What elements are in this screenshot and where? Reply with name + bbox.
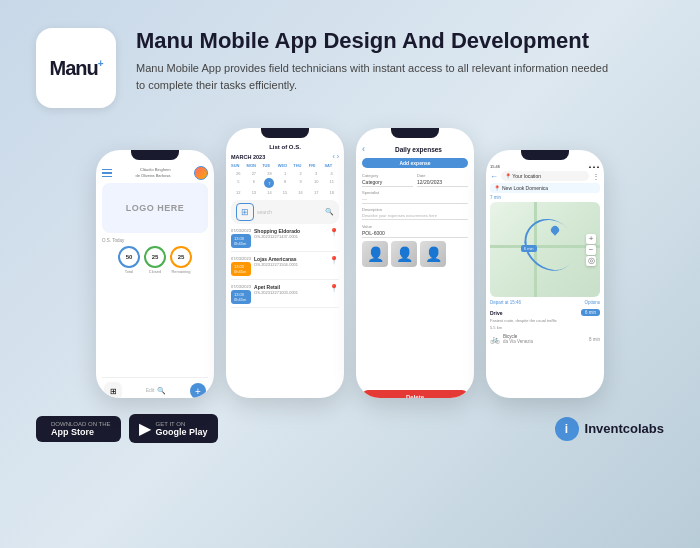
nav-bar: ← 📍 Your location ⋮ [490, 171, 600, 181]
logo-text: Manu+ [49, 57, 102, 80]
brand-icon: i [555, 417, 579, 441]
page-description: Manu Mobile App provides field technicia… [136, 60, 616, 93]
search-input[interactable]: search [257, 209, 322, 215]
item-details: Apet Retail OS-202312271003-0001 [254, 284, 326, 295]
list-title: List of O.S. [231, 144, 339, 150]
page-title: Manu Mobile App Design And Development [136, 28, 616, 54]
photo-2: 👤 [391, 241, 417, 267]
drive-distance: 5.5 km [490, 325, 600, 330]
list-item[interactable]: 07/03/2023 13:000h45m Shopping Eldorado … [231, 228, 339, 252]
back-button[interactable]: ‹ [362, 144, 365, 154]
status-bar: 15:46 ▲▲▲ [490, 164, 600, 169]
map-view[interactable]: 6 min + − ◎ [490, 202, 600, 297]
calendar-grid: SUN MON TUE WED THU FRI SAT 26 27 28 1 2… [231, 162, 339, 196]
photo-3: 👤 [420, 241, 446, 267]
depart-row: Depart at 15:46 Options [490, 300, 600, 307]
status-time: 15:46 [490, 164, 500, 169]
photo-1: 👤 [362, 241, 388, 267]
options-button[interactable]: Options [584, 300, 600, 307]
expenses-title: Daily expenses [369, 146, 468, 153]
photos-row: 👤 👤 👤 [362, 241, 468, 267]
bike-icon: 🚲 [490, 335, 500, 344]
header-content: Manu Mobile App Design And Development M… [136, 28, 616, 93]
closed-ring: 25 [144, 246, 166, 268]
zoom-out-button[interactable]: − [586, 245, 596, 255]
search-bar[interactable]: ⊞ search 🔍 [231, 200, 339, 224]
appstore-badge[interactable]: Download on the App Store [36, 416, 121, 442]
phone2-inner: List of O.S. MARCH 2023 ‹ › SUN MON TUE … [226, 138, 344, 398]
calendar-header: MARCH 2023 ‹ › [231, 153, 339, 160]
appstore-text: Download on the App Store [51, 421, 111, 437]
cal-header-tue: TUE [262, 162, 277, 169]
phones-container: Cláudio Binghem de Oliveira Barbosa LOGO… [0, 128, 700, 398]
form-row-category: Category Category Date 12/20/2023 [362, 173, 468, 187]
add-expense-button[interactable]: Add expense [362, 158, 468, 168]
hamburger-icon[interactable] [102, 169, 112, 178]
destination-bar: 📍 New Look Domenica [490, 183, 600, 193]
form-row-specialist: Specialist — [362, 190, 468, 204]
date-field: Date 12/20/2023 [417, 173, 468, 187]
zoom-in-button[interactable]: + [586, 234, 596, 244]
signal-icons: ▲▲▲ [588, 164, 600, 169]
map-back-button[interactable]: ← [490, 172, 498, 181]
phone4-notch [521, 150, 568, 160]
footer-section: Download on the App Store ▶ GET IT ON Go… [0, 404, 700, 455]
item-badge-orange: 13:000h45m [231, 262, 251, 276]
locate-button[interactable]: ◎ [586, 256, 596, 266]
more-icon[interactable]: ⋮ [592, 172, 600, 181]
search-icon[interactable]: 🔍 [157, 387, 166, 395]
phone1-inner: Cláudio Binghem de Oliveira Barbosa LOGO… [96, 160, 214, 398]
drive-label: Drive [490, 310, 503, 316]
qr-button[interactable]: ⊞ [104, 382, 122, 398]
brand-logo-box: Manu+ [36, 28, 116, 108]
location-bar[interactable]: 📍 Your location [501, 171, 589, 181]
destination-pin-icon: 📍 [494, 185, 500, 191]
calendar-nav[interactable]: ‹ › [332, 153, 339, 160]
phone1-notch [131, 150, 178, 160]
list-item[interactable]: 07/03/2023 13:000h45m Apet Retail OS-202… [231, 284, 339, 308]
googleplay-icon: ▶ [139, 419, 151, 438]
edit-label[interactable]: Edit [146, 387, 155, 395]
phone1-bottom-bar: ⊞ Edit 🔍 + [102, 377, 208, 398]
phone4-inner: 15:46 ▲▲▲ ← 📍 Your location ⋮ 📍 New Look… [486, 160, 604, 398]
location-pin-icon: 📍 [329, 284, 339, 293]
total-stat: 50 Total [118, 246, 140, 274]
store-badges: Download on the App Store ▶ GET IT ON Go… [36, 414, 218, 443]
depart-label: Depart at 15:46 [490, 300, 521, 305]
remaining-ring: 25 [170, 246, 192, 268]
calendar-month: MARCH 2023 [231, 154, 265, 160]
cal-header-wed: WED [278, 162, 293, 169]
bike-route-row: 🚲 Bicycle da Via Venezia 8 min [490, 334, 600, 344]
search-icon[interactable]: 🔍 [325, 208, 334, 216]
phone-list: List of O.S. MARCH 2023 ‹ › SUN MON TUE … [226, 128, 344, 398]
googleplay-text: GET IT ON Google Play [156, 421, 208, 437]
googleplay-badge[interactable]: ▶ GET IT ON Google Play [129, 414, 218, 443]
user-info: Cláudio Binghem de Oliveira Barbosa [135, 167, 170, 178]
item-badge: 13:000h45m [231, 290, 251, 304]
phone-map: 15:46 ▲▲▲ ← 📍 Your location ⋮ 📍 New Look… [486, 150, 604, 398]
phone3-inner: ‹ Daily expenses Add expense Category Ca… [356, 138, 474, 398]
qr-scan-icon[interactable]: ⊞ [236, 203, 254, 221]
specialist-field: Specialist — [362, 190, 468, 204]
user-avatar [194, 166, 208, 180]
location-pin-icon: 📍 [329, 228, 339, 237]
stats-circles: 50 Total 25 Closed 25 Remaining [102, 246, 208, 274]
total-ring: 50 [118, 246, 140, 268]
remaining-stat: 25 Remaining [170, 246, 192, 274]
item-details: Lojas Americanas OS-202312271504-0001 [254, 256, 326, 267]
category-field: Category Category [362, 173, 413, 187]
phone2-notch [261, 128, 308, 138]
phone-expenses: ‹ Daily expenses Add expense Category Ca… [356, 128, 474, 398]
bike-info: Bicycle da Via Venezia [503, 334, 586, 344]
logo-placeholder: LOGO HERE [102, 183, 208, 233]
phone-dashboard: Cláudio Binghem de Oliveira Barbosa LOGO… [96, 150, 214, 398]
stats-label: O.S. Today [102, 238, 208, 243]
today-marker[interactable]: 7 [264, 178, 274, 188]
bike-time: 8 min [589, 337, 600, 342]
zoom-controls: + − ◎ [586, 234, 596, 266]
nav-icons: Edit 🔍 [146, 387, 167, 395]
drive-description: Fastest route, despite the usual traffic [490, 318, 600, 323]
delete-button[interactable]: Delete [362, 390, 468, 398]
add-button[interactable]: + [190, 383, 206, 398]
list-item[interactable]: 07/03/2023 13:000h45m Lojas Americanas O… [231, 256, 339, 280]
